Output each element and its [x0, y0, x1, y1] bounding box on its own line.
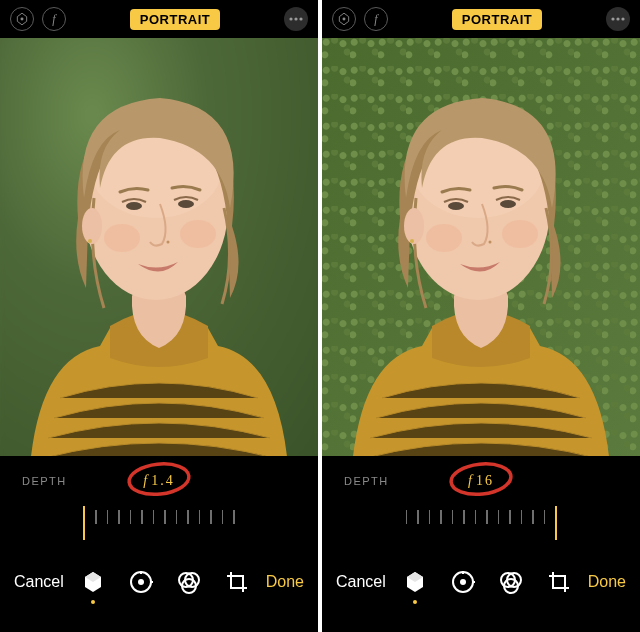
mode-badge[interactable]: PORTRAIT: [130, 9, 220, 30]
depth-slider[interactable]: [0, 506, 318, 550]
filters-tool[interactable]: [177, 570, 201, 594]
svg-point-12: [82, 208, 102, 244]
photo-preview[interactable]: [322, 38, 640, 456]
adjust-tool[interactable]: [129, 570, 153, 594]
portrait-tool[interactable]: [81, 570, 105, 594]
cancel-button[interactable]: Cancel: [14, 573, 64, 591]
aperture-value: f16: [468, 473, 494, 489]
adjust-tool[interactable]: [451, 570, 475, 594]
svg-point-16: [138, 579, 144, 585]
svg-point-13: [88, 239, 92, 243]
phone-left: f PORTRAIT: [0, 0, 318, 632]
bottom-toolbar: Cancel Done: [322, 550, 640, 632]
mode-badge[interactable]: PORTRAIT: [452, 9, 542, 30]
depth-readout-row: DEPTH f1.4: [0, 456, 318, 506]
done-button[interactable]: Done: [588, 573, 626, 591]
svg-point-29: [448, 202, 464, 210]
top-bar: f PORTRAIT: [0, 0, 318, 38]
depth-label: DEPTH: [22, 475, 67, 487]
slider-indicator: [555, 506, 557, 540]
portrait-lighting-button[interactable]: [10, 7, 34, 31]
depth-label: DEPTH: [344, 475, 389, 487]
svg-point-3: [294, 17, 297, 20]
more-button[interactable]: [606, 7, 630, 31]
svg-point-32: [426, 224, 462, 252]
bottom-toolbar: Cancel Done: [0, 550, 318, 632]
svg-point-31: [489, 241, 492, 244]
cancel-button[interactable]: Cancel: [336, 573, 386, 591]
active-indicator-dot: [413, 600, 417, 604]
svg-point-34: [404, 208, 424, 244]
svg-point-7: [126, 202, 142, 210]
depth-slider[interactable]: [322, 506, 640, 550]
done-button[interactable]: Done: [266, 573, 304, 591]
svg-point-1: [21, 18, 24, 21]
svg-point-8: [178, 200, 194, 208]
svg-point-9: [167, 241, 170, 244]
svg-point-11: [180, 220, 216, 248]
svg-point-25: [616, 17, 619, 20]
filters-tool[interactable]: [499, 570, 523, 594]
svg-point-26: [621, 17, 624, 20]
photo-preview[interactable]: [0, 38, 318, 456]
subject-portrait: [0, 48, 318, 456]
crop-tool[interactable]: [225, 570, 249, 594]
aperture-value: f1.4: [143, 473, 174, 489]
svg-point-33: [502, 220, 538, 248]
svg-point-10: [104, 224, 140, 252]
top-bar: f PORTRAIT: [322, 0, 640, 38]
svg-point-23: [343, 18, 346, 21]
svg-point-30: [500, 200, 516, 208]
aperture-button[interactable]: f: [42, 7, 66, 31]
more-button[interactable]: [284, 7, 308, 31]
svg-point-24: [611, 17, 614, 20]
subject-portrait: [322, 48, 640, 456]
svg-point-38: [460, 579, 466, 585]
svg-point-2: [289, 17, 292, 20]
svg-point-35: [410, 239, 414, 243]
crop-tool[interactable]: [547, 570, 571, 594]
aperture-button[interactable]: f: [364, 7, 388, 31]
portrait-lighting-button[interactable]: [332, 7, 356, 31]
depth-readout-row: DEPTH f16: [322, 456, 640, 506]
portrait-tool[interactable]: [403, 570, 427, 594]
slider-indicator: [83, 506, 85, 540]
active-indicator-dot: [91, 600, 95, 604]
phone-right: f PORTRAIT: [322, 0, 640, 632]
svg-point-4: [299, 17, 302, 20]
